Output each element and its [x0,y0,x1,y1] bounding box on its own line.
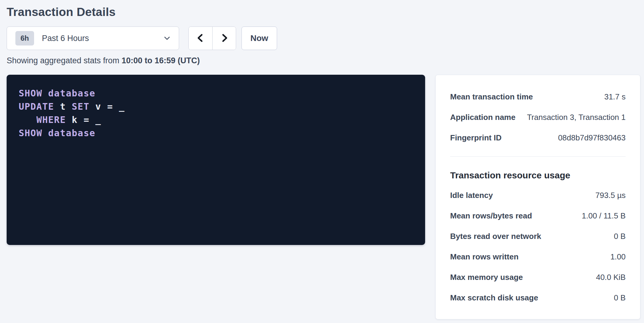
chevron-right-icon [219,32,229,45]
now-button[interactable]: Now [242,27,277,50]
summary-row-label: Application name [450,113,522,122]
transaction-summary-card: Mean transaction time31.7 sApplication n… [435,75,640,319]
summary-row: Mean rows written1.00 [450,246,626,267]
summary-row-label: Mean transaction time [450,92,539,102]
summary-rows-top: Mean transaction time31.7 sApplication n… [450,86,626,148]
transaction-details-page: Transaction Details 6h Past 6 Hours [0,0,644,323]
main-content: SHOW databaseUPDATE t SET v = _ WHERE k … [7,75,644,319]
summary-row-label: Mean rows/bytes read [450,211,538,221]
page-title: Transaction Details [7,5,644,19]
summary-row: Bytes read over network0 B [450,226,626,246]
summary-row-value: 40.0 KiB [596,273,626,282]
summary-row-value: 0 B [614,293,626,303]
summary-row-value: 1.00 [610,252,626,262]
time-range-picker[interactable]: 6h Past 6 Hours [7,27,179,50]
summary-row: Idle latency793.5 µs [450,185,626,205]
sql-line: UPDATE t SET v = _ [19,100,413,113]
time-range-badge: 6h [15,31,34,45]
time-range-label: Past 6 Hours [42,34,163,43]
aggregated-stats-text: Showing aggregated stats from 10:00 to 1… [7,55,644,66]
summary-row-label: Max memory usage [450,273,529,282]
resource-usage-heading: Transaction resource usage [450,169,626,181]
summary-row-label: Bytes read over network [450,232,547,241]
summary-rows-usage: Idle latency793.5 µsMean rows/bytes read… [450,185,626,308]
summary-row: Mean rows/bytes read1.00 / 11.5 B [450,205,626,226]
summary-row: Fingerprint ID08d8b7d97f830463 [450,127,626,148]
card-divider [450,156,626,157]
prev-time-range-button[interactable] [189,27,212,50]
summary-row: Mean transaction time31.7 s [450,86,626,107]
summary-row: Max memory usage40.0 KiB [450,267,626,287]
chevron-down-icon [163,34,172,43]
sql-statement-code: SHOW databaseUPDATE t SET v = _ WHERE k … [19,87,413,140]
sql-line: SHOW database [19,87,413,100]
aggregated-stats-range: 10:00 to 16:59 (UTC) [122,56,200,65]
time-toolbar: 6h Past 6 Hours [7,27,644,50]
summary-row: Max scratch disk usage0 B [450,287,626,308]
summary-row-value: 1.00 / 11.5 B [582,211,626,221]
time-range-nav-group [188,27,236,50]
chevron-left-icon [195,32,206,45]
next-time-range-button[interactable] [212,27,236,50]
summary-row-value: 31.7 s [604,92,626,102]
sql-line: SHOW database [19,127,413,140]
aggregated-stats-prefix: Showing aggregated stats from [7,56,122,65]
summary-row-value: Transaction 3, Transaction 1 [527,113,626,122]
sql-statement-box: SHOW databaseUPDATE t SET v = _ WHERE k … [7,75,425,245]
summary-row-value: 0 B [614,232,626,241]
summary-row-value: 08d8b7d97f830463 [558,133,626,143]
sql-line: WHERE k = _ [19,113,413,127]
summary-row-label: Fingerprint ID [450,133,507,143]
summary-row-label: Max scratch disk usage [450,293,544,303]
summary-row: Application nameTransaction 3, Transacti… [450,107,626,127]
summary-row-value: 793.5 µs [595,191,626,200]
summary-row-label: Idle latency [450,191,499,200]
summary-row-label: Mean rows written [450,252,525,262]
